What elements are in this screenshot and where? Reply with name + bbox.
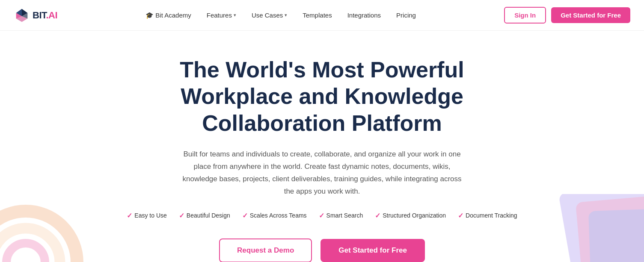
feature-label-6: Document Tracking (466, 212, 517, 219)
feature-scales-across-teams: ✓ Scales Across Teams (242, 212, 307, 220)
nav-integrations-label: Integrations (347, 12, 381, 19)
features-chevron-icon: ▾ (234, 12, 236, 18)
svg-rect-11 (588, 209, 644, 262)
hero-features-list: ✓ Easy to Use ✓ Beautiful Design ✓ Scale… (127, 212, 517, 220)
hero-buttons: Request a Demo Get Started for Free (219, 238, 425, 262)
signin-button[interactable]: Sign In (504, 7, 546, 24)
decorative-circles-left (0, 185, 94, 262)
logo-text: BIT.AI (33, 10, 57, 21)
check-icon-1: ✓ (127, 212, 132, 220)
use-cases-chevron-icon: ▾ (285, 12, 287, 18)
nav-pricing[interactable]: Pricing (390, 8, 422, 22)
nav-get-started-button[interactable]: Get Started for Free (551, 7, 630, 23)
svg-point-8 (6, 243, 45, 262)
check-icon-2: ✓ (179, 212, 184, 220)
nav-links: 🎓 Bit Academy Features ▾ Use Cases ▾ Tem… (139, 8, 422, 23)
feature-label-5: Structured Organization (383, 212, 446, 219)
nav-integrations[interactable]: Integrations (341, 8, 387, 22)
feature-label-2: Beautiful Design (187, 212, 230, 219)
nav-pricing-label: Pricing (396, 12, 416, 19)
nav-use-cases[interactable]: Use Cases ▾ (246, 8, 293, 22)
nav-features[interactable]: Features ▾ (201, 8, 242, 22)
hero-section: The World's Most Powerful Workplace and … (0, 31, 644, 262)
feature-structured-organization: ✓ Structured Organization (375, 212, 446, 220)
nav-features-label: Features (207, 12, 232, 19)
bit-logo-icon (14, 7, 30, 24)
check-icon-4: ✓ (319, 212, 324, 220)
logo[interactable]: BIT.AI (14, 7, 57, 24)
check-icon-6: ✓ (458, 212, 463, 220)
academy-icon: 🎓 (145, 12, 154, 19)
feature-smart-search: ✓ Smart Search (319, 212, 363, 220)
feature-label-1: Easy to Use (134, 212, 166, 219)
check-icon-5: ✓ (375, 212, 380, 220)
nav-academy-label: Bit Academy (155, 12, 191, 19)
hero-title: The World's Most Powerful Workplace and … (130, 56, 515, 136)
feature-label-3: Scales Across Teams (250, 212, 307, 219)
feature-easy-to-use: ✓ Easy to Use (127, 212, 166, 220)
nav-templates-label: Templates (303, 12, 332, 19)
request-demo-button[interactable]: Request a Demo (219, 238, 312, 262)
nav-templates[interactable]: Templates (297, 8, 338, 22)
nav-use-cases-label: Use Cases (252, 12, 283, 19)
navbar: BIT.AI 🎓 Bit Academy Features ▾ Use Case… (0, 0, 644, 31)
decorative-right (524, 194, 644, 262)
check-icon-3: ✓ (242, 212, 248, 220)
feature-beautiful-design: ✓ Beautiful Design (179, 212, 230, 220)
hero-get-started-button[interactable]: Get Started for Free (321, 239, 425, 262)
nav-academy[interactable]: 🎓 Bit Academy (139, 8, 197, 23)
feature-label-4: Smart Search (326, 212, 363, 219)
nav-actions: Sign In Get Started for Free (504, 7, 630, 24)
hero-subtitle: Built for teams and individuals to creat… (177, 148, 468, 198)
feature-document-tracking: ✓ Document Tracking (458, 212, 517, 220)
